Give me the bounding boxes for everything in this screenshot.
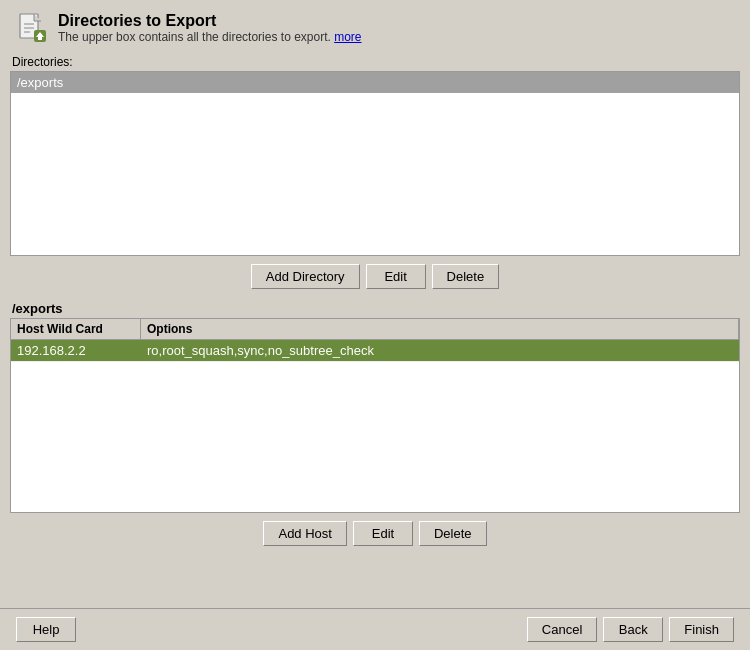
- edit-directory-button[interactable]: Edit: [366, 264, 426, 289]
- main-window: Directories to Export The upper box cont…: [0, 0, 750, 650]
- header-description: The upper box contains all the directori…: [58, 30, 362, 44]
- export-icon: [16, 12, 48, 47]
- delete-host-button[interactable]: Delete: [419, 521, 487, 546]
- directories-label: Directories:: [10, 55, 740, 69]
- back-button[interactable]: Back: [603, 617, 663, 642]
- finish-button[interactable]: Finish: [669, 617, 734, 642]
- host-buttons: Add Host Edit Delete: [10, 513, 740, 554]
- table-row[interactable]: 192.168.2.2ro,root_squash,sync,no_subtre…: [11, 340, 739, 362]
- directory-item[interactable]: /exports: [11, 72, 739, 93]
- table-body: 192.168.2.2ro,root_squash,sync,no_subtre…: [11, 340, 739, 362]
- options-cell: ro,root_squash,sync,no_subtree_check: [141, 340, 739, 361]
- header-text: Directories to Export The upper box cont…: [58, 12, 362, 44]
- directory-buttons: Add Directory Edit Delete: [10, 256, 740, 297]
- add-host-button[interactable]: Add Host: [263, 521, 346, 546]
- footer-right-buttons: Cancel Back Finish: [527, 617, 734, 642]
- hosts-table[interactable]: Host Wild Card Options 192.168.2.2ro,roo…: [10, 318, 740, 513]
- host-cell: 192.168.2.2: [11, 340, 141, 361]
- edit-host-button[interactable]: Edit: [353, 521, 413, 546]
- add-directory-button[interactable]: Add Directory: [251, 264, 360, 289]
- cancel-button[interactable]: Cancel: [527, 617, 597, 642]
- content-area: Directories: /exports Add Directory Edit…: [0, 55, 750, 608]
- page-title: Directories to Export: [58, 12, 362, 30]
- col-options-header: Options: [141, 319, 739, 339]
- more-link[interactable]: more: [334, 30, 361, 44]
- header: Directories to Export The upper box cont…: [0, 0, 750, 55]
- footer: Help Cancel Back Finish: [0, 608, 750, 650]
- col-host-header: Host Wild Card: [11, 319, 141, 339]
- help-button[interactable]: Help: [16, 617, 76, 642]
- delete-directory-button[interactable]: Delete: [432, 264, 500, 289]
- table-header: Host Wild Card Options: [11, 319, 739, 340]
- selected-directory-title: /exports: [10, 297, 740, 318]
- directories-list[interactable]: /exports: [10, 71, 740, 256]
